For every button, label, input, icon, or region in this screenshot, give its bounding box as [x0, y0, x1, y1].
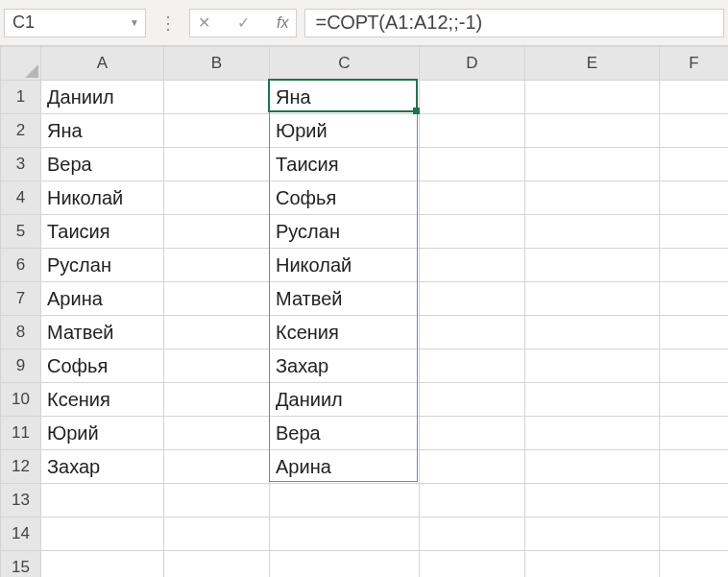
cell-A5[interactable]: Таисия: [41, 215, 164, 249]
cell-B4[interactable]: [164, 181, 270, 215]
cell-D5[interactable]: [420, 215, 525, 249]
cell-E15[interactable]: [525, 551, 660, 578]
cell-E10[interactable]: [525, 383, 660, 417]
cell-A2[interactable]: Яна: [41, 114, 164, 148]
cell-C13[interactable]: [270, 484, 420, 517]
row-header-6[interactable]: 6: [1, 249, 41, 282]
cell-B15[interactable]: [164, 551, 270, 578]
cell-E4[interactable]: [525, 181, 660, 215]
cell-D15[interactable]: [420, 551, 525, 578]
row-header-15[interactable]: 15: [1, 551, 41, 578]
row-header-12[interactable]: 12: [1, 450, 41, 484]
cancel-icon[interactable]: ✕: [198, 13, 210, 32]
cell-E5[interactable]: [525, 215, 660, 249]
cell-A12[interactable]: Захар: [41, 450, 164, 484]
cell-E1[interactable]: [525, 81, 660, 114]
cell-F15[interactable]: [660, 551, 729, 578]
col-header-A[interactable]: A: [41, 47, 164, 81]
row-header-1[interactable]: 1: [1, 81, 41, 114]
cell-F7[interactable]: [660, 282, 729, 316]
row-header-13[interactable]: 13: [1, 484, 41, 517]
cell-B3[interactable]: [164, 148, 270, 181]
cell-A9[interactable]: Софья: [41, 349, 164, 383]
cell-A11[interactable]: Юрий: [41, 417, 164, 450]
cell-D9[interactable]: [420, 349, 525, 383]
fx-icon[interactable]: fx: [277, 14, 288, 32]
cell-A15[interactable]: [41, 551, 164, 578]
col-header-C[interactable]: C: [270, 47, 420, 81]
cell-A8[interactable]: Матвей: [41, 316, 164, 349]
cell-E2[interactable]: [525, 114, 660, 148]
cell-E3[interactable]: [525, 148, 660, 181]
cell-F12[interactable]: [660, 450, 729, 484]
row-header-5[interactable]: 5: [1, 215, 41, 249]
cell-D1[interactable]: [420, 81, 525, 114]
cell-F9[interactable]: [660, 349, 729, 383]
cell-E6[interactable]: [525, 249, 660, 282]
cell-D2[interactable]: [420, 114, 525, 148]
cell-B9[interactable]: [164, 349, 270, 383]
cell-B10[interactable]: [164, 383, 270, 417]
cell-A1[interactable]: Даниил: [41, 81, 164, 114]
row-header-14[interactable]: 14: [1, 517, 41, 551]
cell-E13[interactable]: [525, 484, 660, 517]
cell-C5[interactable]: Руслан: [270, 215, 420, 249]
row-header-3[interactable]: 3: [1, 148, 41, 181]
cell-F1[interactable]: [660, 81, 729, 114]
cell-D12[interactable]: [420, 450, 525, 484]
row-header-11[interactable]: 11: [1, 417, 41, 450]
cell-C9[interactable]: Захар: [270, 349, 420, 383]
cell-C8[interactable]: Ксения: [270, 316, 420, 349]
select-all-corner[interactable]: [1, 47, 41, 81]
col-header-B[interactable]: B: [164, 47, 270, 81]
cell-A4[interactable]: Николай: [41, 181, 164, 215]
row-header-4[interactable]: 4: [1, 181, 41, 215]
cell-B13[interactable]: [164, 484, 270, 517]
cell-A10[interactable]: Ксения: [41, 383, 164, 417]
cell-E9[interactable]: [525, 349, 660, 383]
cell-B6[interactable]: [164, 249, 270, 282]
cell-D10[interactable]: [420, 383, 525, 417]
cell-C11[interactable]: Вера: [270, 417, 420, 450]
cell-F4[interactable]: [660, 181, 729, 215]
row-header-2[interactable]: 2: [1, 114, 41, 148]
cell-C14[interactable]: [270, 517, 420, 551]
formula-input[interactable]: =СОРТ(A1:A12;;-1): [304, 9, 724, 37]
cell-B1[interactable]: [164, 81, 270, 114]
cell-E8[interactable]: [525, 316, 660, 349]
cell-B7[interactable]: [164, 282, 270, 316]
cell-D7[interactable]: [420, 282, 525, 316]
cell-D4[interactable]: [420, 181, 525, 215]
cell-F8[interactable]: [660, 316, 729, 349]
cell-B5[interactable]: [164, 215, 270, 249]
cell-F11[interactable]: [660, 417, 729, 450]
col-header-D[interactable]: D: [420, 47, 525, 81]
cell-E11[interactable]: [525, 417, 660, 450]
cell-D3[interactable]: [420, 148, 525, 181]
cell-F6[interactable]: [660, 249, 729, 282]
cell-A13[interactable]: [41, 484, 164, 517]
col-header-F[interactable]: F: [660, 47, 729, 81]
cell-C7[interactable]: Матвей: [270, 282, 420, 316]
cell-F3[interactable]: [660, 148, 729, 181]
row-header-8[interactable]: 8: [1, 316, 41, 349]
cell-A7[interactable]: Арина: [41, 282, 164, 316]
cell-D6[interactable]: [420, 249, 525, 282]
confirm-icon[interactable]: ✓: [237, 13, 250, 32]
cell-D11[interactable]: [420, 417, 525, 450]
col-header-E[interactable]: E: [525, 47, 660, 81]
cell-F10[interactable]: [660, 383, 729, 417]
cell-D8[interactable]: [420, 316, 525, 349]
cell-F5[interactable]: [660, 215, 729, 249]
cell-F14[interactable]: [660, 517, 729, 551]
cell-C3[interactable]: Таисия: [270, 148, 420, 181]
row-header-7[interactable]: 7: [1, 282, 41, 316]
cell-B8[interactable]: [164, 316, 270, 349]
cell-F2[interactable]: [660, 114, 729, 148]
cell-E7[interactable]: [525, 282, 660, 316]
cell-C15[interactable]: [270, 551, 420, 578]
row-header-9[interactable]: 9: [1, 349, 41, 383]
cell-E12[interactable]: [525, 450, 660, 484]
cell-B11[interactable]: [164, 417, 270, 450]
cell-C2[interactable]: Юрий: [270, 114, 420, 148]
